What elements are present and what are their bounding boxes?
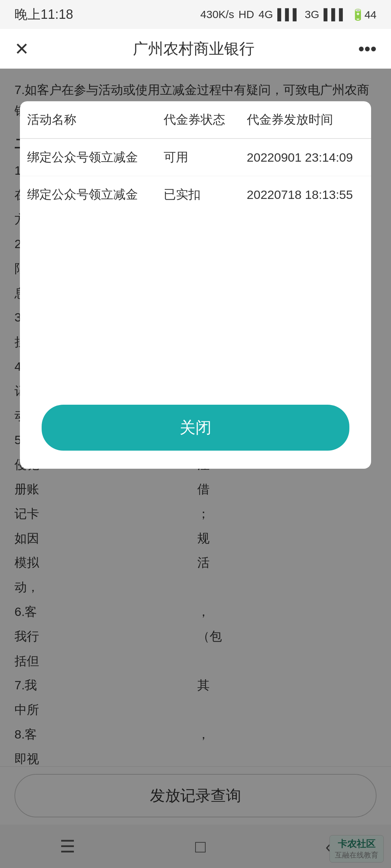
modal-dialog: 活动名称 代金券状态 代金券发放时间 绑定公众号领立减金 可用 20220901… xyxy=(20,101,371,469)
nav-bar: ✕ 广州农村商业银行 ••• xyxy=(0,29,391,69)
close-icon[interactable]: ✕ xyxy=(14,39,29,59)
voucher-table: 活动名称 代金券状态 代金券发放时间 绑定公众号领立减金 可用 20220901… xyxy=(20,101,371,213)
battery-icon: 🔋44 xyxy=(351,8,377,21)
network-3g-icon: 3G xyxy=(305,8,319,21)
col-header-status: 代金券状态 xyxy=(156,101,239,139)
row1-name: 绑定公众号领立减金 xyxy=(20,139,156,176)
modal-empty-area xyxy=(20,213,371,394)
status-icons: 430K/s HD 4G ▌▌▌ 3G ▌▌▌ 🔋44 xyxy=(200,8,377,21)
row2-status: 已实扣 xyxy=(156,176,239,213)
col-header-time: 代金券发放时间 xyxy=(240,101,371,139)
table-row: 绑定公众号领立减金 可用 20220901 23:14:09 xyxy=(20,139,371,176)
status-bar: 晚上11:18 430K/s HD 4G ▌▌▌ 3G ▌▌▌ 🔋44 xyxy=(0,0,391,29)
network-speed: 430K/s xyxy=(200,8,234,21)
page-title: 广州农村商业银行 xyxy=(133,39,255,59)
row1-status: 可用 xyxy=(156,139,239,176)
network-4g-icon: 4G xyxy=(258,8,273,21)
close-button[interactable]: 关闭 xyxy=(42,405,349,451)
table-row: 绑定公众号领立减金 已实扣 20220718 18:13:55 xyxy=(20,176,371,213)
row2-time: 20220718 18:13:55 xyxy=(240,176,371,213)
row2-name: 绑定公众号领立减金 xyxy=(20,176,156,213)
status-time: 晚上11:18 xyxy=(14,6,73,24)
signal2-icon: ▌▌▌ xyxy=(324,8,347,21)
col-header-name: 活动名称 xyxy=(20,101,156,139)
more-icon[interactable]: ••• xyxy=(358,39,377,59)
row1-time: 20220901 23:14:09 xyxy=(240,139,371,176)
signal-icon: ▌▌▌ xyxy=(277,8,300,21)
hd-icon: HD xyxy=(239,8,254,21)
